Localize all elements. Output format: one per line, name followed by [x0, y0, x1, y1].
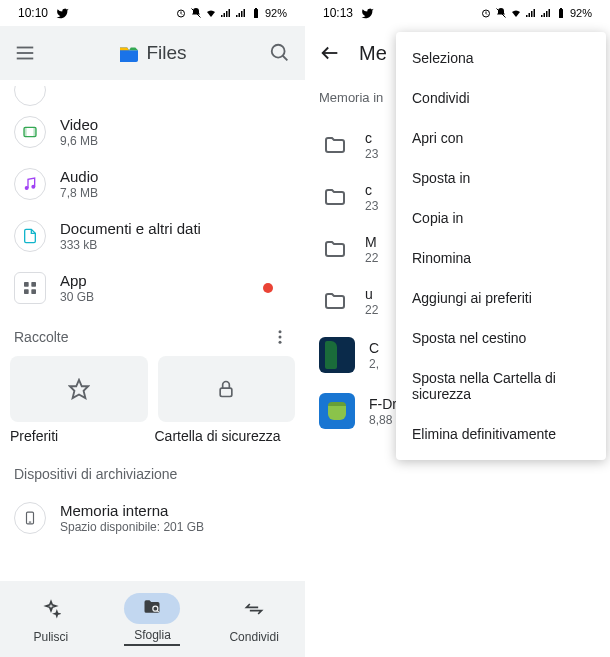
battery-percent: 92% [265, 7, 287, 19]
safe-folder-label: Cartella di sicurezza [151, 428, 296, 444]
document-icon [22, 228, 38, 244]
swap-icon [244, 599, 264, 619]
alarm-icon [175, 7, 187, 19]
twitter-icon [56, 7, 69, 20]
collections-header: Raccolte [0, 314, 305, 356]
svg-rect-10 [24, 127, 27, 136]
folder-search-icon [142, 597, 162, 617]
menu-trash[interactable]: Sposta nel cestino [396, 318, 606, 358]
folder-icon [323, 289, 347, 313]
category-video[interactable]: Video9,6 MB [0, 106, 305, 158]
star-icon [68, 378, 90, 400]
phone-icon [23, 509, 37, 527]
status-bar: 10:10 92% [0, 0, 305, 26]
menu-safe-folder[interactable]: Sposta nella Cartella di sicurezza [396, 358, 606, 414]
menu-copy-to[interactable]: Copia in [396, 198, 606, 238]
folder-icon [323, 133, 347, 157]
menu-icon[interactable] [14, 42, 36, 64]
category-apps[interactable]: App30 GB [0, 262, 305, 314]
svg-rect-29 [559, 9, 563, 18]
signal-icon [525, 7, 537, 19]
svg-rect-15 [31, 282, 36, 287]
svg-point-13 [32, 185, 35, 188]
right-phone: 10:13 92% Me Memoria in c23 c23 M22 [305, 0, 610, 657]
folder-icon [323, 237, 347, 261]
menu-open-with[interactable]: Apri con [396, 118, 606, 158]
alarm-icon [480, 7, 492, 19]
svg-point-12 [25, 187, 28, 190]
menu-select[interactable]: Seleziona [396, 38, 606, 78]
twitter-icon [361, 7, 374, 20]
menu-share[interactable]: Condividi [396, 78, 606, 118]
content: Video9,6 MB Audio7,8 MB Documenti e altr… [0, 80, 305, 581]
sparkle-icon [41, 599, 61, 619]
context-menu: Seleziona Condividi Apri con Sposta in C… [396, 32, 606, 460]
search-icon[interactable] [269, 42, 291, 64]
svg-point-7 [272, 45, 285, 58]
mute-icon [190, 7, 202, 19]
svg-rect-22 [220, 388, 232, 396]
category-audio[interactable]: Audio7,8 MB [0, 158, 305, 210]
app-thumbnail [319, 337, 355, 373]
bottom-nav: Pulisci Sfoglia Condividi [0, 581, 305, 657]
music-icon [22, 176, 38, 192]
menu-delete[interactable]: Elimina definitivamente [396, 414, 606, 454]
svg-rect-30 [560, 8, 562, 9]
menu-add-favorites[interactable]: Aggiungi ai preferiti [396, 278, 606, 318]
svg-rect-11 [33, 127, 36, 136]
svg-rect-3 [255, 8, 257, 9]
favorites-label: Preferiti [10, 428, 151, 444]
svg-marker-21 [70, 380, 88, 398]
nav-clean[interactable]: Pulisci [23, 595, 79, 644]
menu-rename[interactable]: Rinomina [396, 238, 606, 278]
lock-icon [216, 379, 236, 399]
svg-point-19 [279, 336, 282, 339]
status-time: 10:13 [323, 6, 353, 20]
notification-dot [263, 283, 273, 293]
folder-icon [323, 185, 347, 209]
back-icon[interactable] [319, 42, 341, 64]
wifi-icon [510, 7, 522, 19]
svg-point-18 [279, 330, 282, 333]
page-title: Me [359, 42, 387, 65]
signal-icon [540, 7, 552, 19]
apps-icon [22, 280, 38, 296]
status-bar: 10:13 92% [305, 0, 610, 26]
left-phone: 10:10 92% Files Video9,6 MB [0, 0, 305, 657]
nav-browse[interactable]: Sfoglia [124, 593, 180, 646]
safe-folder-card[interactable] [158, 356, 296, 422]
signal-icon [220, 7, 232, 19]
svg-rect-2 [254, 9, 258, 18]
svg-line-8 [283, 56, 288, 61]
category-documents[interactable]: Documenti e altri dati333 kB [0, 210, 305, 262]
svg-rect-14 [24, 282, 29, 287]
signal-icon [235, 7, 247, 19]
status-time: 10:10 [18, 6, 48, 20]
mute-icon [495, 7, 507, 19]
favorites-card[interactable] [10, 356, 148, 422]
menu-move-to[interactable]: Sposta in [396, 158, 606, 198]
battery-icon [250, 7, 262, 19]
nav-share[interactable]: Condividi [226, 595, 282, 644]
battery-icon [555, 7, 567, 19]
wifi-icon [205, 7, 217, 19]
more-icon[interactable] [271, 328, 289, 346]
app-bar: Files [0, 26, 305, 80]
svg-rect-16 [24, 289, 29, 294]
battery-percent: 92% [570, 7, 592, 19]
app-thumbnail [319, 393, 355, 429]
svg-rect-17 [31, 289, 36, 294]
files-logo-icon [118, 44, 140, 62]
svg-point-20 [279, 341, 282, 344]
category-row-cut[interactable] [0, 86, 305, 106]
film-icon [22, 124, 38, 140]
internal-storage[interactable]: Memoria internaSpazio disponibile: 201 G… [0, 492, 305, 544]
app-title: Files [146, 42, 186, 64]
storage-header: Dispositivi di archiviazione [0, 444, 305, 492]
